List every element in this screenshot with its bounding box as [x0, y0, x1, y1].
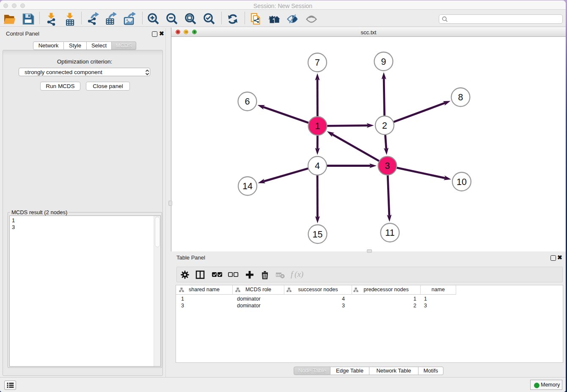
svg-text:3: 3	[385, 161, 390, 171]
svg-text:4: 4	[315, 161, 320, 171]
svg-text:7: 7	[315, 58, 320, 68]
svg-text:8: 8	[458, 92, 463, 102]
svg-text:1: 1	[315, 121, 320, 131]
svg-text:14: 14	[242, 181, 253, 191]
svg-text:6: 6	[245, 97, 250, 107]
svg-text:11: 11	[385, 228, 394, 238]
svg-text:9: 9	[381, 57, 386, 67]
svg-text:2: 2	[382, 121, 387, 131]
svg-text:15: 15	[313, 229, 323, 240]
svg-text:10: 10	[457, 177, 467, 187]
